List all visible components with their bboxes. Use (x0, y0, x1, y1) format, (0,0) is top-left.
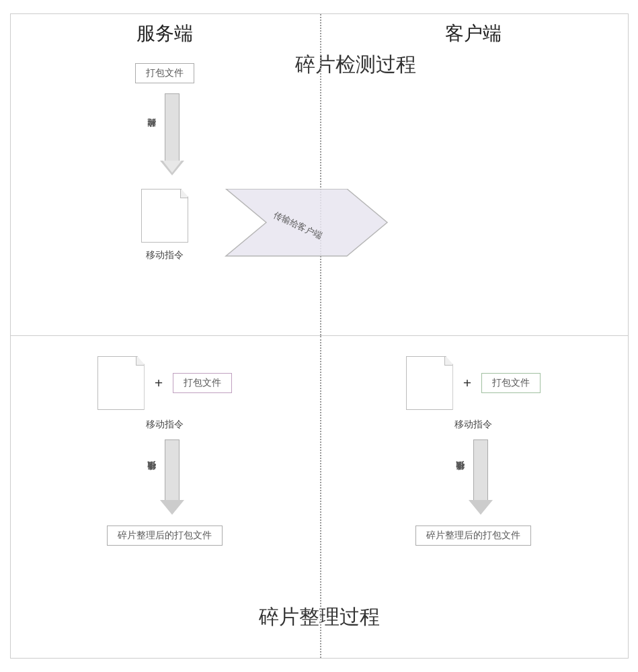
main-diagram: 服务端 打包文件 碎片检测 (10, 13, 629, 659)
transfer-arrow-svg: 传输给客户端 (212, 189, 401, 269)
bottom-right-pkg: 打包文件 (481, 373, 541, 393)
bottom-left-plus: + (155, 374, 163, 392)
bottom-right-result: 碎片整理后的打包文件 (415, 526, 531, 546)
bottom-right-arrow-wrap: 执行移动指令 (454, 439, 493, 515)
bottom-left-doc (97, 356, 145, 410)
bottom-right-plus: + (463, 374, 472, 392)
top-section: 服务端 打包文件 碎片检测 (11, 14, 628, 336)
bottom-left-arrow (160, 439, 184, 515)
bottom-right-shaft (473, 439, 488, 500)
arrow-head-outer (160, 161, 184, 175)
bottom-left-move-cmd: 移动指令 (146, 419, 184, 431)
move-cmd-doc (141, 189, 188, 243)
svg-marker-1 (226, 189, 387, 256)
bottom-right-doc (406, 356, 453, 410)
bottom-right-labels: 移动指令 (454, 415, 492, 431)
bottom-left-pkg: 打包文件 (173, 373, 232, 393)
move-cmd-label: 移动指令 (146, 249, 184, 261)
arrow-shaft (165, 93, 180, 161)
bottom-left-doc-container (97, 356, 145, 410)
bottom-right-row: + 打包文件 (406, 356, 541, 410)
arrow-head-inner (163, 161, 182, 173)
transfer-arrow-container: 传输给客户端 (212, 189, 401, 269)
bottom-right-head (469, 500, 493, 515)
bottom-left-content: + 打包文件 移动指令 执行移动指令 碎片整理后的打包文件 (11, 336, 319, 546)
bottom-left-arrow-wrap: 执行移动指令 (145, 439, 184, 515)
pkg-file-box-top: 打包文件 (135, 63, 194, 83)
bottom-right-move-cmd: 移动指令 (454, 419, 492, 431)
client-header: 客户端 (319, 14, 628, 50)
bottom-section-title: 碎片整理过程 (259, 603, 380, 631)
bottom-divider (320, 336, 321, 658)
arrow-body: 碎片检测 (145, 93, 184, 175)
vertical-divider (320, 14, 321, 335)
bottom-right-content: + 打包文件 移动指令 执行移动指令 碎片整理后的打包文件 (319, 336, 628, 546)
bottom-left-head (160, 500, 184, 515)
bottom-section: + 打包文件 移动指令 执行移动指令 碎片整理后的打包文件 (11, 336, 628, 658)
bottom-right-doc-container (406, 356, 453, 410)
top-section-title: 碎片检测过程 (295, 51, 416, 79)
bottom-right-arrow (469, 439, 493, 515)
arrow-visual (160, 93, 184, 175)
arrow-down-detection: 碎片检测 (145, 93, 184, 175)
bottom-left-shaft (165, 439, 180, 500)
detection-arrow-container: 碎片检测 (145, 93, 184, 175)
move-cmd-container: 移动指令 (141, 189, 188, 261)
server-header: 服务端 (11, 14, 319, 50)
bottom-left-result: 碎片整理后的打包文件 (107, 526, 223, 546)
detection-arrow: 碎片检测 (145, 93, 184, 175)
bottom-left-row: + 打包文件 (97, 356, 233, 410)
server-panel: 服务端 打包文件 碎片检测 (11, 14, 319, 335)
bottom-left-labels: 移动指令 (146, 415, 184, 431)
